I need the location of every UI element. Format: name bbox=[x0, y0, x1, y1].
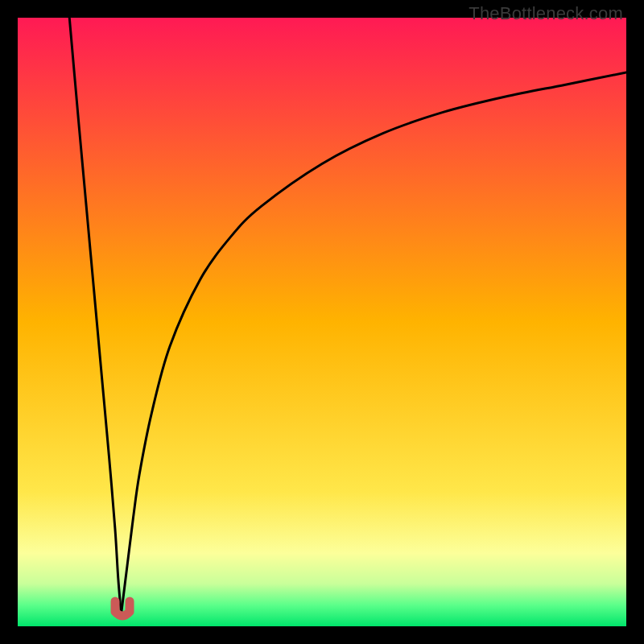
gradient-background bbox=[18, 18, 626, 626]
chart-frame: TheBottleneck.com bbox=[0, 0, 644, 644]
chart-svg bbox=[18, 18, 626, 626]
watermark-text: TheBottleneck.com bbox=[469, 3, 623, 24]
plot-area bbox=[18, 18, 626, 626]
